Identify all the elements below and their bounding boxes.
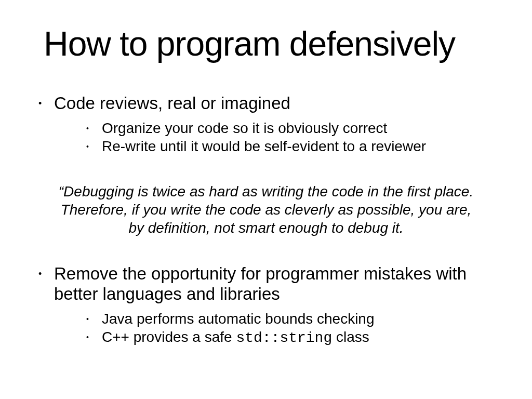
quote-line: by definition, not smart enough to debug… bbox=[128, 220, 403, 236]
slide-title: How to program defensively bbox=[44, 24, 511, 63]
code-snippet: std::string bbox=[236, 330, 332, 346]
bullet-code-reviews: Code reviews, real or imagined Organize … bbox=[31, 94, 501, 155]
sub-bullet: Organize your code so it is obviously co… bbox=[54, 119, 501, 137]
sub-bullet: C++ provides a safe std::string class bbox=[54, 328, 501, 347]
bullet-text: Remove the opportunity for programmer mi… bbox=[54, 264, 467, 303]
quote-line: Therefore, if you write the code as clev… bbox=[61, 202, 472, 218]
bullet-list-1: Code reviews, real or imagined Organize … bbox=[31, 94, 501, 155]
slide-content: Code reviews, real or imagined Organize … bbox=[31, 94, 501, 350]
quote-block: “Debugging is twice as hard as writing t… bbox=[31, 182, 501, 237]
quote-line: “Debugging is twice as hard as writing t… bbox=[59, 183, 473, 200]
bullet-text: Code reviews, real or imagined bbox=[54, 94, 290, 113]
sub-bullet-text-prefix: C++ provides a safe bbox=[102, 329, 236, 345]
sub-list-1: Organize your code so it is obviously co… bbox=[54, 119, 501, 155]
slide: How to program defensively Code reviews,… bbox=[0, 0, 532, 399]
sub-bullet: Java performs automatic bounds checking bbox=[54, 310, 501, 328]
sub-bullet-text-suffix: class bbox=[332, 329, 369, 345]
sub-list-2: Java performs automatic bounds checking … bbox=[54, 310, 501, 347]
bullet-remove-opportunity: Remove the opportunity for programmer mi… bbox=[31, 264, 501, 347]
bullet-list-2: Remove the opportunity for programmer mi… bbox=[31, 264, 501, 347]
sub-bullet: Re-write until it would be self-evident … bbox=[54, 137, 501, 155]
